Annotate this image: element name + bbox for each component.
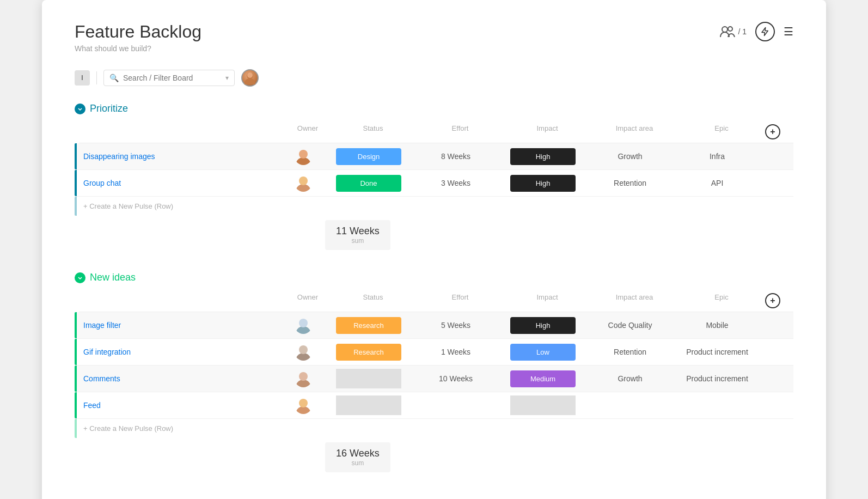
impact-badge[interactable]: Medium — [510, 370, 576, 387]
col-header-name — [79, 124, 286, 139]
search-input[interactable] — [123, 74, 221, 82]
row-impact[interactable] — [499, 395, 586, 415]
svg-point-10 — [296, 353, 311, 361]
section-toggle[interactable] — [75, 104, 85, 114]
impact-badge[interactable]: Low — [510, 344, 576, 361]
menu-button[interactable]: ☰ — [784, 25, 793, 38]
svg-point-7 — [299, 177, 308, 185]
svg-point-1 — [728, 27, 732, 31]
status-badge[interactable]: Done — [336, 175, 401, 192]
status-badge[interactable]: Research — [336, 317, 401, 334]
row-name[interactable]: Image filter — [75, 314, 282, 336]
owner-avatar — [295, 317, 312, 334]
row-indicator — [75, 366, 77, 392]
row-status[interactable] — [325, 367, 412, 391]
table-header: OwnerStatusEffortImpactImpact areaEpic+ — [79, 290, 793, 312]
notification-icon-btn[interactable] — [755, 22, 775, 41]
row-impact[interactable]: Medium — [499, 370, 586, 387]
svg-point-12 — [296, 380, 311, 387]
svg-point-4 — [296, 157, 311, 165]
row-impact-area: Code Quality — [586, 321, 674, 330]
row-impact-area: Retention — [586, 179, 674, 187]
row-name[interactable]: Feed — [75, 394, 282, 416]
col-header-effort: Effort — [417, 293, 504, 308]
bolt-icon — [760, 27, 770, 36]
status-badge[interactable]: Design — [336, 148, 401, 165]
impact-badge[interactable]: High — [510, 317, 576, 334]
row-epic: Infra — [674, 152, 761, 161]
col-header-impact: Impact — [504, 293, 591, 308]
col-header-name — [79, 293, 286, 308]
row-impact[interactable]: High — [499, 148, 586, 165]
row-impact[interactable]: Low — [499, 344, 586, 361]
table-row: Feed — [75, 392, 793, 419]
owner-avatar — [295, 148, 312, 165]
page-title: Feature Backlog — [75, 22, 201, 42]
impact-badge[interactable]: High — [510, 148, 576, 165]
svg-point-14 — [296, 406, 311, 414]
row-impact-area: Growth — [586, 374, 674, 383]
row-status[interactable]: Done — [325, 173, 412, 194]
row-impact[interactable]: High — [499, 317, 586, 334]
row-status[interactable]: Research — [325, 315, 412, 336]
status-badge[interactable]: Research — [336, 344, 401, 361]
row-epic: API — [674, 179, 761, 187]
create-row[interactable]: + Create a New Pulse (Row) — [75, 419, 793, 438]
section-title: New ideas — [90, 272, 136, 283]
impact-badge[interactable]: High — [510, 175, 576, 192]
section-prioritize: PrioritizeOwnerStatusEffortImpactImpact … — [75, 103, 793, 250]
col-header-status: Status — [329, 124, 417, 139]
section-header: Prioritize — [75, 103, 793, 114]
create-pulse-button[interactable]: + Create a New Pulse (Row) — [75, 202, 282, 210]
row-epic: Product increment — [674, 348, 761, 356]
row-impact[interactable]: High — [499, 175, 586, 192]
row-effort: 10 Weeks — [412, 374, 499, 383]
row-name[interactable]: Gif integration — [75, 341, 282, 363]
row-name[interactable]: Group chat — [75, 172, 282, 194]
row-owner — [282, 170, 325, 196]
col-header-add: + — [765, 293, 787, 308]
add-column-button[interactable]: + — [765, 293, 780, 308]
row-name[interactable]: Comments — [75, 368, 282, 390]
row-status[interactable]: Research — [325, 342, 412, 363]
app-container: Feature Backlog What should we build? / … — [42, 0, 826, 499]
col-header-add: + — [765, 124, 787, 139]
row-owner — [282, 339, 325, 365]
table-row: Group chat Done3 WeeksHighRetentionAPI — [75, 170, 793, 197]
section-title: Prioritize — [90, 103, 128, 114]
svg-point-11 — [299, 345, 308, 354]
user-face-icon — [242, 70, 258, 86]
search-dropdown-arrow[interactable]: ▾ — [225, 74, 229, 82]
sum-label: sum — [336, 237, 380, 245]
svg-point-3 — [247, 72, 253, 78]
row-name[interactable]: Disappearing images — [75, 145, 282, 167]
row-indicator — [75, 339, 77, 365]
table-row: Gif integration Research1 WeeksLowRetent… — [75, 339, 793, 366]
section-header: New ideas — [75, 272, 793, 283]
create-row[interactable]: + Create a New Pulse (Row) — [75, 197, 793, 216]
owner-avatar — [295, 397, 312, 414]
col-header-status: Status — [329, 293, 417, 308]
sum-box: 16 Weekssum — [325, 442, 390, 472]
toolbar: I 🔍 ▾ — [75, 69, 793, 87]
section-toggle[interactable] — [75, 272, 85, 283]
row-status[interactable]: Design — [325, 146, 412, 167]
header-left: Feature Backlog What should we build? — [75, 22, 201, 53]
row-effort: 5 Weeks — [412, 321, 499, 330]
row-owner — [282, 392, 325, 418]
row-epic: Mobile — [674, 321, 761, 330]
svg-point-8 — [296, 326, 311, 334]
sum-value: 11 Weeks — [336, 226, 380, 237]
add-column-button[interactable]: + — [765, 124, 780, 139]
create-pulse-button[interactable]: + Create a New Pulse (Row) — [75, 424, 282, 433]
svg-point-15 — [299, 399, 308, 407]
row-impact-area: Growth — [586, 152, 674, 161]
col-header-impact-area: Impact area — [591, 293, 678, 308]
svg-point-5 — [299, 150, 308, 159]
user-avatar-toolbar — [241, 69, 259, 87]
row-effort: 3 Weeks — [412, 179, 499, 187]
svg-point-13 — [299, 372, 308, 381]
table-wrapper: OwnerStatusEffortImpactImpact areaEpic+I… — [75, 290, 793, 438]
row-effort: 1 Weeks — [412, 348, 499, 356]
row-status[interactable] — [325, 393, 412, 417]
